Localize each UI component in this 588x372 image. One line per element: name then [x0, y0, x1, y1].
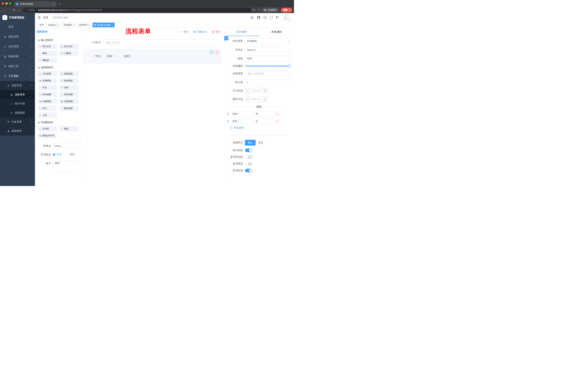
sidebar-item-process-model[interactable]: ➤ 流程模型 — [0, 108, 35, 117]
sidebar-item-system[interactable]: ⚙ 系统管理 — [0, 32, 35, 42]
forward-icon[interactable]: → — [7, 9, 12, 12]
reload-icon[interactable]: ⟳ — [12, 8, 17, 12]
palette-item-upload[interactable]: ⇧上传 — [38, 112, 57, 118]
window-minimize-button[interactable] — [5, 2, 8, 5]
browser-tab[interactable]: 芋道管理系统 × — [14, 1, 56, 7]
palette-item-rate[interactable]: ☆评分 — [38, 106, 57, 111]
max-select-value[interactable]: 最多可选 — [250, 97, 262, 102]
remove-option-icon[interactable]: − — [276, 112, 279, 116]
tag-process-form-edit[interactable]: 流程表单-编辑 × — [93, 22, 115, 27]
sidebar-item-user-group[interactable]: ☺ 用户分组 — [0, 99, 35, 108]
phone-input[interactable] — [103, 39, 219, 46]
palette-item-select[interactable]: ◎下拉选择 — [38, 71, 57, 76]
tag-process-form[interactable]: 流程表单 × — [77, 22, 92, 27]
label-width-input[interactable] — [245, 71, 291, 76]
palette-item-button[interactable]: ▢按钮 — [60, 126, 79, 131]
sidebar-item-leave-query[interactable]: ♟ 请假查询 — [0, 127, 35, 136]
increase-icon[interactable]: + — [262, 88, 267, 93]
new-tab-button[interactable]: + — [59, 2, 61, 6]
decrease-icon[interactable]: − — [245, 88, 250, 93]
window-close-button[interactable] — [2, 2, 4, 5]
close-icon[interactable]: × — [73, 24, 75, 26]
field-name-input[interactable] — [245, 47, 291, 53]
sidebar-item-infra[interactable]: ▥ 基础设施 — [0, 52, 35, 61]
fullscreen-icon[interactable] — [270, 16, 273, 19]
remove-option-icon[interactable]: − — [276, 120, 279, 123]
palette-item-date-picker[interactable]: ▣日期选择 — [38, 99, 57, 104]
copy-component-button[interactable] — [210, 50, 214, 54]
close-icon[interactable]: × — [112, 24, 113, 26]
min-select-value[interactable]: 至少应选 — [250, 88, 262, 93]
style-button-button[interactable]: 按钮 — [256, 140, 266, 146]
canvas-field-phone[interactable]: 手机号 — [83, 39, 222, 46]
palette-item-counter[interactable]: 123计数器 — [60, 51, 79, 56]
tag-process-definition[interactable]: 流程定义 × — [46, 22, 61, 27]
canvas-field-gender[interactable]: 性别 选项一 选项二 — [83, 49, 222, 64]
breadcrumb-home[interactable]: 首页 — [43, 16, 48, 19]
form-canvas[interactable]: 手机号 性别 — [81, 36, 224, 186]
palette-item-time-picker[interactable]: ◷时间选择 — [38, 92, 57, 97]
palette-item-cascader[interactable]: ⊞级联选择 — [60, 71, 79, 76]
palette-item-password[interactable]: ⋯密码 — [38, 51, 57, 56]
sidebar-item-home[interactable]: ◔ 首页 — [0, 22, 35, 32]
status-on-radio[interactable]: 开启 — [53, 153, 62, 156]
add-option-button[interactable]: + 添加选项 — [230, 126, 244, 129]
disabled-toggle[interactable] — [245, 162, 252, 166]
component-type-select[interactable]: 多选框组 — [245, 38, 291, 44]
close-icon[interactable]: × — [89, 24, 90, 26]
palette-item-single-text[interactable]: ▭单行文本 — [38, 44, 57, 49]
style-default-button[interactable]: 默认 — [245, 140, 256, 146]
window-zoom-button[interactable] — [9, 2, 11, 5]
sidebar-item-payment[interactable]: ¥ 支付管理 — [0, 42, 35, 52]
close-icon[interactable]: × — [58, 24, 59, 26]
border-toggle[interactable] — [245, 155, 252, 159]
help-icon[interactable]: ? — [263, 16, 266, 19]
sidebar-item-process-mgmt[interactable]: ≣ 流程管理 — [0, 81, 35, 90]
palette-item-row-container[interactable]: ▯行容器 — [38, 126, 57, 131]
palette-item-table[interactable]: ▦表格[开发中] — [38, 133, 57, 138]
tab-form-props[interactable]: 表单属性 — [259, 28, 294, 36]
palette-item-editor[interactable]: ✎编辑器 — [38, 57, 57, 63]
gender-option-2-checkbox[interactable]: 选项二 — [120, 55, 132, 58]
sidebar-item-process-form[interactable]: ▤ 流程表单 — [0, 90, 35, 99]
gender-option-1-checkbox[interactable]: 选项一 — [103, 55, 115, 58]
title-input[interactable] — [245, 56, 291, 62]
save-button[interactable]: ✓ 保存 — [180, 30, 188, 33]
browser-menu-icon[interactable]: ⋮ — [289, 9, 291, 11]
form-remark-textarea[interactable]: 嘿嘿 — [53, 160, 79, 171]
palette-item-switch[interactable]: ◐开关 — [38, 85, 57, 90]
option-2-value-input[interactable] — [254, 118, 274, 124]
show-label-toggle[interactable] — [245, 149, 252, 152]
status-off-radio[interactable]: 关闭 — [66, 153, 74, 156]
tab-close-icon[interactable]: × — [53, 3, 55, 5]
palette-item-color-picker[interactable]: ◑颜色选择 — [60, 106, 79, 111]
form-name-input[interactable] — [53, 143, 80, 149]
drag-handle-icon[interactable]: ☰ — [227, 112, 229, 115]
key-icon[interactable] — [252, 9, 255, 11]
palette-item-multi-text[interactable]: ▤多行文本 — [60, 44, 79, 49]
palette-item-date-range[interactable]: ▩日期范围 — [60, 99, 79, 104]
palette-item-radio-group[interactable]: ◉单选框组 — [38, 78, 57, 83]
default-value-input[interactable] — [245, 79, 291, 85]
update-button[interactable]: 更新 ⋮ — [281, 8, 292, 12]
user-menu[interactable] — [283, 14, 291, 21]
palette-item-time-range[interactable]: ◶时间范围 — [60, 92, 79, 97]
font-size-icon[interactable]: TT — [276, 16, 279, 19]
sidebar-item-devtools[interactable]: ⚒ 研发工具 — [0, 61, 35, 71]
palette-item-slider[interactable]: ⊷滑块 — [60, 85, 79, 90]
palette-item-checkbox-group[interactable]: ☑多选框组 — [60, 78, 79, 83]
tab-component-props[interactable]: 组件属性 — [224, 28, 259, 36]
app-logo[interactable]: 芋道管理系统 — [0, 13, 35, 22]
option-1-label-input[interactable] — [231, 111, 252, 117]
drag-handle-icon[interactable]: ☰ — [227, 120, 229, 123]
option-2-label-input[interactable] — [231, 118, 252, 124]
required-toggle[interactable] — [245, 169, 252, 172]
search-icon[interactable] — [251, 16, 254, 19]
tag-home[interactable]: 首页 — [38, 22, 45, 27]
clear-button[interactable]: 清空 — [212, 30, 220, 33]
home-icon[interactable]: ⌂ — [17, 9, 21, 12]
slider-handle[interactable] — [288, 65, 291, 67]
security-chip[interactable]: ⚠ 不安全 — [25, 9, 35, 12]
back-icon[interactable]: ← — [2, 9, 7, 12]
delete-component-button[interactable] — [215, 50, 220, 54]
